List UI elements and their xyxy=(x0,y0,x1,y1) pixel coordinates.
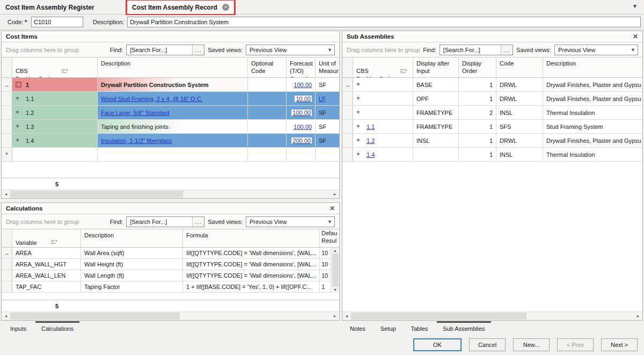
next-button[interactable]: Next > xyxy=(601,338,638,351)
column-header-optional-code[interactable]: Optional Code xyxy=(248,57,287,77)
ok-button[interactable]: OK xyxy=(413,338,462,351)
cbs-link[interactable]: 1.1 xyxy=(367,124,375,130)
column-header-default-result[interactable]: Defau Resul xyxy=(320,229,339,247)
table-row[interactable]: TAP_FACTaping Factor1 + Iif([BASE.CODE] … xyxy=(2,281,339,293)
table-row[interactable]: +1.2INSL1DRWLDrywall Finishes, Plaster a… xyxy=(342,134,642,148)
description-link[interactable]: Insulation, 1-1/2" fiberglass xyxy=(101,137,172,144)
collapse-icon[interactable]: − xyxy=(16,82,21,88)
expand-icon[interactable]: + xyxy=(356,137,362,143)
expand-icon[interactable]: + xyxy=(16,137,21,143)
column-header-description[interactable]: Description xyxy=(543,57,642,77)
table-row[interactable]: +1.1FRAMETYPE1SFSStud Framing System xyxy=(342,120,642,134)
scroll-left-icon[interactable]: ◄ xyxy=(2,192,10,196)
description-link[interactable]: Face Layer, 5/8" Standard xyxy=(101,110,169,116)
prev-button[interactable]: < Prev xyxy=(557,338,594,351)
sub-assemblies-hscrollbar[interactable]: ◄ ► xyxy=(342,311,642,320)
quantity-link[interactable]: 10.00 xyxy=(296,96,311,102)
cancel-button[interactable]: Cancel xyxy=(469,338,506,351)
close-panel-icon[interactable]: ✕ xyxy=(330,205,335,212)
quantity-link[interactable]: 100.00 xyxy=(294,82,312,88)
expand-icon[interactable]: + xyxy=(356,110,362,115)
quantity-link[interactable]: 200.00 xyxy=(292,137,311,144)
table-row[interactable]: * xyxy=(2,148,339,162)
group-by-hint[interactable]: Drag columns here to group xyxy=(6,219,79,225)
tab-notes[interactable]: Notes xyxy=(344,321,371,334)
table-row[interactable]: AREA_WALL_HGTWall Height (ft)Iif([QTYTYP… xyxy=(2,259,339,270)
scroll-thumb[interactable] xyxy=(10,313,180,320)
tab-cost-item-assembly-register[interactable]: Cost Item Assembly Register xyxy=(0,0,100,15)
description-link[interactable]: Wood Stud Framing, 2 x 4, @ 16" O.C. xyxy=(101,96,203,102)
expand-icon[interactable]: + xyxy=(356,151,362,157)
column-header-cbs[interactable]: CBS Position Code xyxy=(12,57,98,77)
expand-icon[interactable]: + xyxy=(356,96,362,102)
search-more-button[interactable]: ... xyxy=(192,217,204,227)
column-header-code[interactable]: Code xyxy=(496,57,543,77)
column-header-description[interactable]: Description xyxy=(98,57,248,77)
table-row[interactable]: +OPF1DRWLDrywall Finishes, Plaster and G… xyxy=(342,92,642,106)
table-row[interactable]: →−1Drywall Partition Construction System… xyxy=(2,78,339,92)
expand-icon[interactable]: + xyxy=(16,110,21,115)
group-by-hint[interactable]: Drag columns here to group xyxy=(347,47,420,53)
group-by-hint[interactable]: Drag columns here to group xyxy=(6,47,79,53)
uom-link[interactable]: LF xyxy=(319,96,326,102)
column-header-display-order[interactable]: Display Order xyxy=(459,57,496,77)
table-row[interactable]: +1.3Taping and finishing joints100.00SF xyxy=(2,120,339,134)
tab-sub-assemblies[interactable]: Sub Assemblies xyxy=(437,321,491,334)
column-header-description[interactable]: Description xyxy=(81,229,183,247)
expand-icon[interactable]: + xyxy=(16,124,21,129)
scroll-right-icon[interactable]: ► xyxy=(331,192,339,196)
column-header-variable-name[interactable]: Variable Name xyxy=(12,229,81,247)
column-header-display-after-input[interactable]: Display after Input xyxy=(413,57,459,77)
code-field[interactable] xyxy=(31,17,83,27)
scroll-right-icon[interactable]: ► xyxy=(634,314,642,318)
new-button[interactable]: New... xyxy=(513,338,550,351)
column-header-uom[interactable]: Unit of Measur xyxy=(316,57,339,77)
tab-setup[interactable]: Setup xyxy=(375,321,402,334)
close-tab-icon[interactable]: × xyxy=(222,4,229,11)
quantity-link[interactable]: 100.00 xyxy=(294,124,312,130)
cbs-link[interactable]: 1.4 xyxy=(367,151,375,158)
table-row[interactable]: +1.41INSLThermal Insulation xyxy=(342,148,642,162)
cost-items-hscrollbar[interactable]: ◄ ► xyxy=(2,190,339,198)
column-header-forecast-qty[interactable]: Forecast (T/O) Quantity xyxy=(287,57,316,77)
quantity-link[interactable]: 100.00 xyxy=(292,110,311,116)
scroll-right-icon[interactable]: ► xyxy=(331,314,339,318)
search-input[interactable]: [Search For...] ... xyxy=(440,45,513,55)
saved-views-select[interactable]: Previous View ▼ xyxy=(554,45,638,55)
scroll-thumb[interactable] xyxy=(351,313,526,320)
table-row[interactable]: AREA_WALL_LENWall Length (ft)Iif([QTYTYP… xyxy=(2,270,339,281)
tab-calculations[interactable]: Calculations xyxy=(35,321,79,334)
close-panel-icon[interactable]: ✕ xyxy=(633,33,638,40)
table-row[interactable]: +1.4Insulation, 1-1/2" fiberglass200.00S… xyxy=(2,134,339,148)
scroll-down-icon[interactable]: ▼ xyxy=(333,288,337,292)
calculations-hscrollbar[interactable]: ◄ ► xyxy=(2,311,339,320)
scroll-thumb[interactable] xyxy=(10,191,183,198)
expand-icon[interactable]: + xyxy=(16,96,21,102)
scroll-left-icon[interactable]: ◄ xyxy=(342,314,351,318)
scroll-up-icon[interactable]: ▲ xyxy=(333,249,337,252)
saved-views-select[interactable]: Previous View ▼ xyxy=(246,45,335,55)
tab-cost-item-assembly-record[interactable]: Cost Item Assembly Record × xyxy=(127,0,235,15)
table-row[interactable]: +1.1Wood Stud Framing, 2 x 4, @ 16" O.C.… xyxy=(2,92,339,106)
tab-inputs[interactable]: Inputs xyxy=(4,321,32,334)
table-row[interactable]: →+BASE1DRWLDrywall Finishes, Plaster and… xyxy=(342,78,642,92)
search-input[interactable]: [Search For...] ... xyxy=(126,216,204,227)
table-row[interactable]: +1.2Face Layer, 5/8" Standard100.00SF xyxy=(2,106,339,120)
calculations-vscrollbar[interactable]: ▲ ▼ xyxy=(331,248,339,293)
scroll-left-icon[interactable]: ◄ xyxy=(2,314,10,318)
column-header-formula[interactable]: Formula xyxy=(183,229,320,247)
chevron-down-icon[interactable]: ▼ xyxy=(632,3,638,9)
cbs-link[interactable]: 1.2 xyxy=(367,137,375,144)
expand-icon[interactable]: + xyxy=(356,82,362,88)
search-input[interactable]: [Search For...] ... xyxy=(126,45,204,55)
saved-views-select[interactable]: Previous View ▼ xyxy=(246,216,335,227)
tab-tables[interactable]: Tables xyxy=(405,321,434,334)
search-more-button[interactable]: ... xyxy=(501,45,513,55)
scroll-thumb[interactable] xyxy=(332,253,339,287)
table-row[interactable]: +FRAMETYPE2INSLThermal Insulation xyxy=(342,106,642,120)
table-row[interactable]: →AREAWall Area (sqft)Iif([QTYTYPE.CODE] … xyxy=(2,248,339,259)
search-more-button[interactable]: ... xyxy=(192,45,204,55)
column-header-cbs[interactable]: CBS Position Code xyxy=(353,57,413,77)
expand-icon[interactable]: + xyxy=(356,124,362,129)
description-field[interactable] xyxy=(127,17,641,27)
